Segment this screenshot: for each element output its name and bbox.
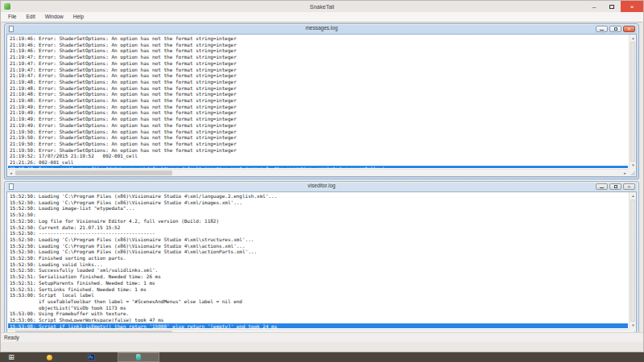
taskbar-button-orange-app[interactable] <box>34 352 64 362</box>
vertical-scrollbar[interactable]: ▲ ▼ <box>629 35 636 169</box>
desktop: SnakeTail – × FileEditWindowHelp message… <box>0 0 644 362</box>
log-line[interactable]: 21:19:50: Error: ShaderSetOptions: An op… <box>8 129 628 135</box>
minimize-icon <box>600 30 604 31</box>
close-button[interactable]: × <box>621 1 643 12</box>
log-line[interactable]: 15:52:50: Loading valid links... <box>8 261 628 268</box>
minimize-icon <box>600 187 604 188</box>
log-line[interactable]: 15:52:51: Serialisation finished. Needed… <box>8 274 628 280</box>
log-line[interactable]: 21:19:50: Error: ShaderSetOptions: An op… <box>8 147 628 154</box>
viseditor-log-lines: 15:52:50: Loading 'C:\Program Files (x86… <box>8 193 628 328</box>
restore-icon <box>614 185 617 188</box>
menu-item[interactable]: Edit <box>21 12 39 22</box>
log-line[interactable]: 21:19:48: Error: ShaderSetOptions: An op… <box>8 91 628 97</box>
log-line[interactable]: objectList("VisOb took 1173 ms <box>8 305 628 311</box>
log-line[interactable]: 15:52:50: Successfully loaded 'xml/valid… <box>8 267 628 274</box>
mdi-client-area: messages.log × 21:19:46: Error: ShaderSe… <box>2 22 642 332</box>
restore-button[interactable] <box>609 183 621 190</box>
log-line[interactable]: 15:52:50: Loading image-list "etypedata"… <box>8 205 628 212</box>
scroll-down-icon[interactable]: ▼ <box>630 162 637 169</box>
restore-button[interactable] <box>609 26 621 32</box>
taskbar-button-photoshop[interactable]: Ps <box>76 352 106 362</box>
viseditor-log-pane: 15:52:50: Loading 'C:\Program Files (x86… <box>6 191 637 337</box>
viseditor-titlebar[interactable]: viseditor.log × <box>5 182 638 191</box>
minimize-button[interactable] <box>596 183 608 190</box>
snaketail-icon <box>136 354 141 360</box>
log-line[interactable]: 21:19:17: Error: can't open file "data\c… <box>8 166 628 168</box>
vertical-scrollbar[interactable]: ▲ ▼ <box>629 192 636 329</box>
log-line[interactable]: 15:52:51: SetupParents finished. Needed … <box>8 280 628 286</box>
horizontal-scroll-thumb[interactable] <box>15 171 172 175</box>
log-line[interactable]: 21:19:47: Error: ShaderSetOptions: An op… <box>8 60 628 67</box>
scroll-left-icon[interactable]: ◄ <box>7 170 14 177</box>
restore-button[interactable] <box>603 1 621 12</box>
menu-item[interactable]: Window <box>40 12 68 22</box>
log-line[interactable]: 21:19:49: Error: ShaderSetOptions: An op… <box>8 109 628 116</box>
log-line[interactable]: 15:52:50: Loading 'C:\Program Files (x86… <box>8 237 628 243</box>
window-title: SnakeTail <box>1 4 643 10</box>
log-line[interactable]: 21:19:47: Error: ShaderSetOptions: An op… <box>8 72 628 79</box>
log-line[interactable]: 21:19:50: Error: ShaderSetOptions: An op… <box>8 141 628 147</box>
menu-item[interactable]: File <box>3 12 21 22</box>
menu-bar: FileEditWindowHelp <box>1 12 643 22</box>
close-button[interactable]: × <box>623 183 635 190</box>
log-line[interactable]: if useTableToolbar then label = "#Scenes… <box>8 298 628 305</box>
photoshop-icon: Ps <box>88 354 95 360</box>
scroll-up-icon[interactable]: ▲ <box>630 192 637 200</box>
log-line[interactable]: 21:19:47: Error: ShaderSetOptions: An op… <box>8 54 628 60</box>
log-line[interactable]: 15:52:50: ------------------------------… <box>8 230 628 237</box>
log-line[interactable]: 15:53:00: Script local label <box>8 292 628 298</box>
log-line[interactable]: 15:52:51: SortLinks finished. Needed tim… <box>8 286 628 293</box>
log-line[interactable]: 15:52:50: Loading 'C:\Program Files (x86… <box>8 200 628 206</box>
log-line[interactable]: 15:53:08: Script if link1:isEmpty() then… <box>8 323 628 328</box>
scroll-down-icon[interactable]: ▼ <box>630 322 637 329</box>
minimize-button[interactable]: – <box>585 1 603 12</box>
log-line[interactable]: 15:52:50: Loading 'C:\Program Files (x86… <box>8 249 628 255</box>
orange-app-icon <box>47 355 52 360</box>
messages-titlebar[interactable]: messages.log × <box>5 24 638 34</box>
log-line[interactable]: 15:52:50: Loading 'C:\Program Files (x86… <box>8 193 628 200</box>
menu-item[interactable]: Help <box>68 12 89 22</box>
log-line[interactable]: 21:19:47: Error: ShaderSetOptions: An op… <box>8 67 628 73</box>
log-line[interactable]: 15:53:00: Using Framebuffer with texture… <box>8 311 628 317</box>
messages-caption-buttons: × <box>596 26 635 32</box>
log-line[interactable]: 21:19:50: Error: ShaderSetOptions: An op… <box>8 134 628 141</box>
caption-buttons: – × <box>585 1 643 12</box>
messages-log-lines: 21:19:46: Error: ShaderSetOptions: An op… <box>8 35 628 168</box>
viseditor-title: viseditor.log <box>5 183 638 188</box>
log-line[interactable]: 21:19:46: Error: ShaderSetOptions: An op… <box>8 47 628 54</box>
scroll-up-icon[interactable]: ▲ <box>630 35 637 42</box>
log-line[interactable]: 21:19:48: Error: ShaderSetOptions: An op… <box>8 97 628 104</box>
log-line[interactable]: 15:52:50: Log file for Visionaire Editor… <box>8 218 628 224</box>
log-line[interactable]: 21:19:49: Error: ShaderSetOptions: An op… <box>8 104 628 110</box>
messages-title: messages.log <box>5 25 638 31</box>
messages-log-pane: 21:19:46: Error: ShaderSetOptions: An op… <box>6 34 637 177</box>
log-line[interactable]: 15:52:50: <box>8 212 628 218</box>
log-window-messages: messages.log × 21:19:46: Error: ShaderSe… <box>4 23 639 179</box>
taskbar-button-snaketail[interactable] <box>118 352 159 362</box>
log-line[interactable]: 21:19:49: Error: ShaderSetOptions: An op… <box>8 122 628 129</box>
log-line[interactable]: 21:19:52: 17/07/2015 21:19:52 002-001_ce… <box>8 153 628 159</box>
log-line[interactable]: 21:19:48: Error: ShaderSetOptions: An op… <box>8 79 628 85</box>
log-line[interactable]: 15:53:06: Script ShowLowerWorkspace(fals… <box>8 317 628 323</box>
minimize-button[interactable] <box>596 26 608 32</box>
log-line[interactable]: 21:19:48: Error: ShaderSetOptions: An op… <box>8 85 628 92</box>
log-line[interactable]: 15:52:50: Finished sorting action parts. <box>8 255 628 261</box>
horizontal-scrollbar[interactable]: ◄ ► <box>7 169 629 176</box>
main-titlebar[interactable]: SnakeTail – × <box>1 1 643 12</box>
restore-icon <box>609 5 614 9</box>
log-window-viseditor: viseditor.log × 15:52:50: Loading 'C:\Pr… <box>4 181 639 339</box>
log-line[interactable]: 15:52:50: Loading 'C:\Program Files (x86… <box>8 243 628 249</box>
taskbar: ⊞ Ps <box>0 352 644 362</box>
resize-grip[interactable] <box>629 169 636 176</box>
vertical-scroll-thumb[interactable] <box>630 42 635 162</box>
log-line[interactable]: 21:21:26: 002-001_cell <box>8 159 628 166</box>
vertical-scroll-thumb[interactable] <box>630 200 635 322</box>
log-line[interactable]: 21:19:46: Error: ShaderSetOptions: An op… <box>8 42 628 48</box>
log-line[interactable]: 15:52:50: Current date: 21.07.15 15:52 <box>8 224 628 231</box>
log-line[interactable]: 21:19:46: Error: ShaderSetOptions: An op… <box>8 35 628 42</box>
log-line[interactable]: 21:19:49: Error: ShaderSetOptions: An op… <box>8 116 628 122</box>
restore-icon <box>614 27 617 31</box>
close-button[interactable]: × <box>623 26 635 32</box>
scroll-right-icon[interactable]: ► <box>621 170 629 177</box>
start-button[interactable]: ⊞ <box>0 352 23 362</box>
